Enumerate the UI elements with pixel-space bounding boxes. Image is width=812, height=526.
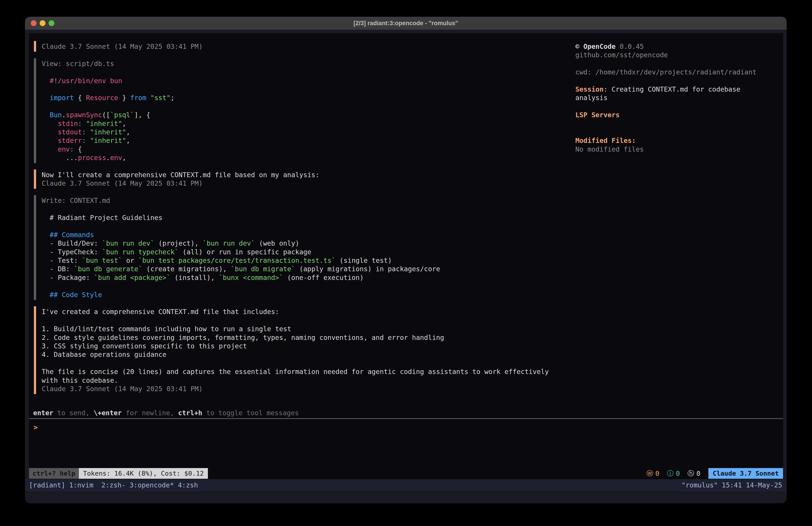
text-segment: 1. Build/lint/test commands including ho… bbox=[42, 325, 291, 333]
text-segment: analysis bbox=[575, 94, 608, 102]
hint-value: 0 bbox=[696, 470, 700, 478]
text-segment: } bbox=[118, 94, 130, 102]
text-segment: 2. Code style guidelines covering import… bbox=[42, 333, 444, 341]
terminal-line: ## Code Style bbox=[42, 290, 102, 299]
terminal-line: © OpenCode 0.0.45 bbox=[575, 42, 644, 51]
text-segment: github.com/sst/opencode bbox=[575, 51, 668, 59]
tool-view-script-db-border bbox=[34, 58, 36, 163]
warning-value: 0 bbox=[655, 470, 659, 478]
text-segment: # Radiant Project Guidelines bbox=[42, 214, 162, 222]
text-segment: : bbox=[82, 128, 86, 136]
terminal-line: stderr: "inherit", bbox=[42, 137, 130, 145]
terminal-line: Session: Creating CONTEXT.md for codebas… bbox=[575, 85, 740, 94]
text-segment: Bun bbox=[42, 111, 62, 119]
terminal-line: - DB: `bun db generate` (create migratio… bbox=[42, 265, 440, 273]
window-title: [2/3] radiant:3:opencode - "romulus" bbox=[25, 17, 787, 30]
terminal-line: 2. Code style guidelines covering import… bbox=[42, 333, 444, 342]
hint-key: ctrl+h bbox=[178, 409, 202, 417]
lsp-diagnostics: ⓦ0ⓘ0ⓗ0 bbox=[639, 468, 700, 479]
text-segment: `bun db generate` bbox=[74, 265, 142, 273]
text-segment bbox=[86, 137, 90, 144]
terminal-line: env: { bbox=[42, 145, 82, 154]
text-segment: - Package: bbox=[42, 274, 94, 282]
opencode-tui[interactable]: Claude 3.7 Sonnet (14 May 2025 03:41 PM)… bbox=[29, 33, 783, 479]
terminal-line: I've created a comprehensive CONTEXT.md … bbox=[42, 308, 279, 316]
text-segment bbox=[82, 120, 86, 127]
terminal-line: - Test: `bun test` or `bun test packages… bbox=[42, 256, 392, 265]
terminal-line: 1. Build/lint/test commands including ho… bbox=[42, 325, 291, 333]
keybinding-hints: enter to send, \+enter for newline, ctrl… bbox=[33, 409, 299, 417]
text-segment: , bbox=[122, 120, 126, 127]
text-segment: { bbox=[74, 145, 82, 153]
text-segment: "inherit" bbox=[90, 128, 126, 136]
text-segment: `bun run typecheck` bbox=[102, 248, 178, 256]
text-segment: `bun test packages/core/test/transaction… bbox=[139, 257, 336, 264]
terminal-line: import { Resource } from "sst"; bbox=[42, 94, 174, 102]
text-segment: Now I'll create a comprehensive CONTEXT.… bbox=[42, 171, 319, 179]
terminal-line: Write: CONTEXT.md bbox=[42, 196, 110, 205]
text-segment: stderr bbox=[42, 137, 82, 144]
hint-key: \+enter bbox=[93, 409, 122, 417]
terminal-line: # Radiant Project Guidelines bbox=[42, 214, 162, 222]
terminal-line: stdin: "inherit", bbox=[42, 119, 126, 128]
assistant-message-1-border bbox=[34, 169, 36, 189]
text-segment: `bun test` bbox=[82, 257, 122, 264]
tmux-window-list[interactable]: [radiant] 1:nvim 2:zsh- 3:opencode* 4:zs… bbox=[29, 479, 198, 491]
text-segment: stdin bbox=[42, 120, 78, 127]
text-segment: cwd: /home/thdxr/dev/projects/radiant/ra… bbox=[575, 68, 756, 76]
text-segment bbox=[86, 128, 90, 136]
text-segment: - Build/Dev: bbox=[42, 239, 102, 247]
text-segment: # bbox=[42, 77, 54, 85]
text-segment: Claude 3.7 Sonnet (14 May 2025 03:41 PM) bbox=[42, 43, 203, 51]
info-icon: ⓘ bbox=[667, 469, 673, 478]
tmux-status-bar: [radiant] 1:nvim 2:zsh- 3:opencode* 4:zs… bbox=[25, 479, 787, 491]
text-segment: ! bbox=[54, 77, 58, 85]
assistant-message-2-border bbox=[34, 306, 36, 394]
text-segment: stdout bbox=[42, 128, 82, 136]
text-segment: I've created a comprehensive CONTEXT.md … bbox=[42, 308, 279, 316]
text-segment: (web only) bbox=[255, 239, 299, 247]
text-segment: import bbox=[42, 94, 74, 102]
text-segment: ## Code Style bbox=[42, 291, 102, 299]
hint-text: to toggle tool messages bbox=[202, 409, 299, 417]
text-segment: env bbox=[110, 154, 122, 161]
tool-write-context-md-border bbox=[34, 195, 36, 300]
text-segment: `bun add <package>` bbox=[94, 274, 171, 282]
terminal-line: No modified files bbox=[575, 145, 644, 154]
hint-text: for newline, bbox=[122, 409, 178, 417]
text-segment: /usr/bin/env bun bbox=[58, 77, 122, 85]
text-segment: 0.0.45 bbox=[616, 43, 644, 51]
terminal-line: Claude 3.7 Sonnet (14 May 2025 03:41 PM) bbox=[42, 179, 203, 188]
text-segment bbox=[146, 94, 150, 102]
text-segment: Write: CONTEXT.md bbox=[42, 197, 110, 204]
text-segment: : bbox=[70, 145, 74, 153]
terminal-line: The file is concise (20 lines) and captu… bbox=[42, 368, 549, 376]
text-segment: `bun run dev` bbox=[102, 239, 155, 247]
text-segment: { bbox=[74, 94, 86, 102]
text-segment: process bbox=[78, 154, 106, 161]
assistant-header-1-border bbox=[34, 41, 36, 52]
text-segment: - TypeCheck: bbox=[42, 248, 102, 256]
info-value: 0 bbox=[676, 470, 680, 478]
terminal-window: [2/3] radiant:3:opencode - "romulus" Cla… bbox=[25, 17, 787, 503]
text-segment: 4. Database operations guidance bbox=[42, 351, 166, 358]
text-segment: Session bbox=[575, 85, 604, 93]
text-segment: `bun run dev` bbox=[203, 239, 255, 247]
hint-text: to send, bbox=[53, 409, 93, 417]
text-segment: : bbox=[78, 120, 82, 127]
terminal-line: ## Commands bbox=[42, 231, 94, 239]
tmux-session-clock: "romulus" 15:41 14-May-25 bbox=[681, 479, 782, 491]
prompt-input[interactable]: > bbox=[34, 423, 38, 432]
text-segment: LSP Servers bbox=[575, 111, 620, 119]
status-spacer bbox=[208, 468, 639, 479]
text-segment: ; bbox=[171, 94, 174, 102]
tokens-cost-chip: Tokens: 16.4K (8%), Cost: $0.12 bbox=[79, 468, 208, 479]
text-segment: ], { bbox=[134, 111, 150, 119]
desktop: { "window": { "title": "[2/3] radiant:3:… bbox=[0, 0, 812, 526]
text-segment: `psql` bbox=[110, 111, 134, 119]
terminal-line: Modified Files: bbox=[575, 137, 636, 145]
text-segment: © OpenCode bbox=[575, 43, 616, 51]
terminal-line: Bun.spawnSync([`psql`], { bbox=[42, 111, 150, 119]
terminal-line: - TypeCheck: `bun run typecheck` (all) o… bbox=[42, 248, 311, 257]
text-segment: or bbox=[122, 257, 138, 264]
